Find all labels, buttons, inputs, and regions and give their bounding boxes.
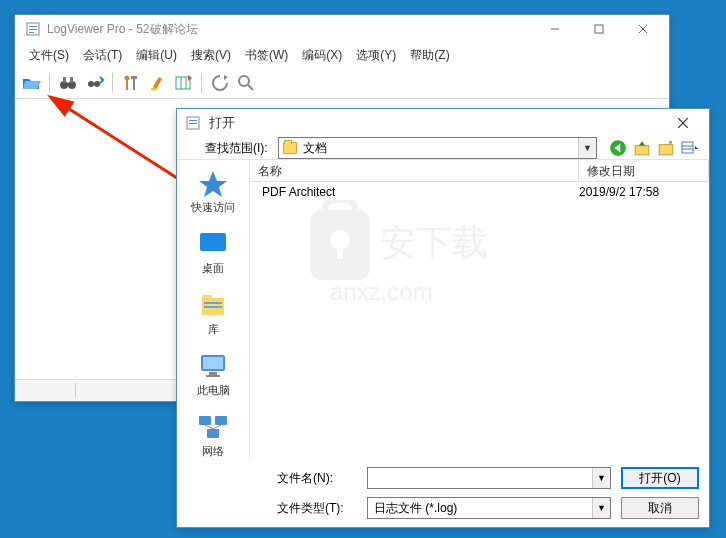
zoom-icon[interactable] — [236, 73, 256, 93]
col-name[interactable]: 名称 — [250, 160, 579, 181]
up-icon[interactable] — [633, 139, 651, 157]
svg-rect-37 — [200, 233, 226, 251]
svg-rect-28 — [189, 123, 197, 124]
svg-rect-54 — [337, 245, 343, 259]
menu-options[interactable]: 选项(Y) — [350, 45, 402, 66]
svg-rect-12 — [70, 77, 73, 83]
dialog-body: 快速访问 桌面 库 此电脑 网络 名称 修改日期 — [177, 159, 709, 459]
new-folder-icon[interactable] — [657, 139, 675, 157]
svg-rect-3 — [29, 32, 34, 33]
svg-rect-5 — [595, 25, 603, 33]
svg-rect-48 — [207, 429, 219, 438]
open-button[interactable]: 打开(O) — [621, 467, 699, 489]
filetype-combo[interactable]: 日志文件 (*.log) ▼ — [367, 497, 611, 519]
svg-rect-47 — [215, 416, 227, 425]
lookin-value: 文档 — [303, 140, 327, 157]
toolbar-separator — [49, 73, 50, 93]
svg-rect-43 — [203, 357, 223, 369]
menu-session[interactable]: 会话(T) — [77, 45, 128, 66]
place-quick-access[interactable]: 快速访问 — [191, 168, 235, 215]
filename-label: 文件名(N): — [277, 470, 357, 487]
open-dialog: 打开 查找范围(I): 文档 ▼ 快速访问 桌面 — [176, 108, 710, 528]
svg-point-14 — [94, 81, 100, 87]
dialog-titlebar: 打开 — [177, 109, 709, 137]
binoculars-icon[interactable] — [58, 73, 78, 93]
svg-rect-10 — [66, 83, 70, 86]
lookin-combo[interactable]: 文档 ▼ — [278, 137, 597, 159]
svg-rect-44 — [209, 372, 217, 375]
desktop-icon — [196, 229, 230, 259]
svg-rect-27 — [189, 120, 197, 121]
filename-input[interactable]: ▼ — [367, 467, 611, 489]
main-title: LogViewer Pro - 52破解论坛 — [47, 21, 533, 38]
menu-edit[interactable]: 编辑(U) — [130, 45, 183, 66]
minimize-button[interactable] — [533, 15, 577, 43]
svg-rect-51 — [310, 210, 370, 280]
chevron-down-icon: ▼ — [592, 468, 610, 488]
watermark: 安下载 anxz.com — [290, 200, 510, 320]
dialog-close-button[interactable] — [665, 109, 701, 137]
place-label: 网络 — [202, 444, 224, 459]
highlighter-icon[interactable] — [147, 73, 167, 93]
menu-encoding[interactable]: 编码(X) — [296, 45, 348, 66]
place-library[interactable]: 库 — [196, 290, 230, 337]
pc-icon — [196, 351, 230, 381]
main-titlebar: LogViewer Pro - 52破解论坛 — [15, 15, 669, 43]
svg-text:安下载: 安下载 — [380, 222, 488, 263]
menubar: 文件(S) 会话(T) 编辑(U) 搜索(V) 书签(W) 编码(X) 选项(Y… — [15, 43, 669, 67]
dialog-bottom: 文件名(N): ▼ 打开(O) 文件类型(T): 日志文件 (*.log) ▼ … — [177, 459, 709, 537]
tools-icon[interactable] — [121, 73, 141, 93]
svg-rect-1 — [29, 26, 37, 27]
svg-line-50 — [213, 425, 221, 429]
toolbar — [15, 67, 669, 99]
place-label: 桌面 — [202, 261, 224, 276]
maximize-button[interactable] — [577, 15, 621, 43]
svg-rect-18 — [131, 76, 137, 79]
toolbar-separator — [201, 73, 202, 93]
svg-rect-46 — [199, 416, 211, 425]
app-icon — [25, 21, 41, 37]
star-icon — [196, 168, 230, 198]
place-network[interactable]: 网络 — [196, 412, 230, 459]
svg-rect-41 — [204, 306, 222, 308]
menu-bookmark[interactable]: 书签(W) — [239, 45, 294, 66]
svg-point-53 — [330, 230, 350, 250]
close-button[interactable] — [621, 15, 665, 43]
dialog-title: 打开 — [209, 114, 665, 132]
file-list-header: 名称 修改日期 — [250, 160, 709, 182]
svg-rect-2 — [29, 29, 37, 30]
menu-file[interactable]: 文件(S) — [23, 45, 75, 66]
svg-rect-39 — [202, 295, 212, 300]
place-this-pc[interactable]: 此电脑 — [196, 351, 230, 398]
place-desktop[interactable]: 桌面 — [196, 229, 230, 276]
place-label: 快速访问 — [191, 200, 235, 215]
open-file-icon[interactable] — [21, 73, 41, 93]
filetype-value: 日志文件 (*.log) — [374, 500, 457, 517]
refresh-icon[interactable] — [210, 73, 230, 93]
find-next-icon[interactable] — [84, 73, 104, 93]
file-row[interactable]: PDF Architect 2019/9/2 17:58 — [250, 182, 709, 202]
filetype-label: 文件类型(T): — [277, 500, 357, 517]
menu-help[interactable]: 帮助(Z) — [404, 45, 455, 66]
view-menu-icon[interactable] — [681, 139, 699, 157]
file-list-pane: 名称 修改日期 PDF Architect 2019/9/2 17:58 安下载… — [249, 160, 709, 459]
place-label: 库 — [208, 322, 219, 337]
place-label: 此电脑 — [197, 383, 230, 398]
dialog-nav-icons — [609, 139, 699, 157]
svg-rect-32 — [635, 146, 649, 155]
cancel-button[interactable]: 取消 — [621, 497, 699, 519]
back-icon[interactable] — [609, 139, 627, 157]
columns-icon[interactable] — [173, 73, 193, 93]
lookin-label: 查找范围(I): — [205, 140, 268, 157]
svg-rect-33 — [659, 145, 673, 155]
chevron-down-icon: ▼ — [592, 498, 610, 518]
file-name: PDF Architect — [262, 185, 579, 199]
svg-line-24 — [248, 85, 253, 90]
svg-text:anxz.com: anxz.com — [330, 278, 433, 305]
col-date[interactable]: 修改日期 — [579, 160, 709, 181]
dialog-icon — [185, 115, 201, 131]
chevron-down-icon: ▼ — [578, 138, 596, 158]
svg-rect-11 — [63, 77, 66, 83]
window-controls — [533, 15, 665, 43]
menu-search[interactable]: 搜索(V) — [185, 45, 237, 66]
